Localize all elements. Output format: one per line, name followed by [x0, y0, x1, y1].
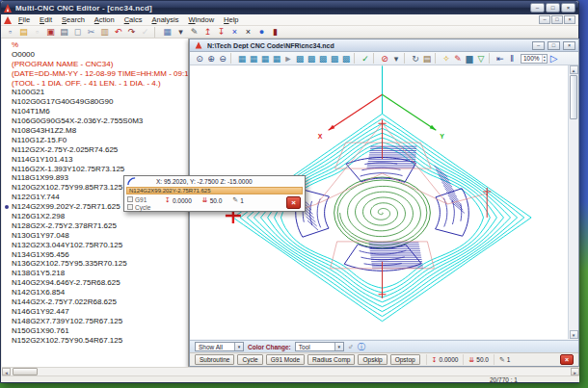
filter-icon[interactable]: ▽ [475, 53, 487, 65]
cut-icon[interactable]: ✂ [85, 26, 97, 38]
zoom-level-spinner[interactable]: 100% ▴▾ [521, 54, 548, 64]
menu-analysis[interactable]: Analysis [147, 14, 183, 26]
gcode-line[interactable]: N130G1Y97.048 [2, 231, 188, 241]
maximize-button[interactable]: □ [546, 3, 560, 13]
manual-book-icon[interactable]: ▮ [269, 26, 281, 38]
gcode-line[interactable]: N150G1X90.761 [2, 326, 188, 336]
scroll-down-icon[interactable]: ▾ [570, 330, 578, 339]
view-iso1-icon[interactable]: ▩ [294, 53, 306, 65]
g91-checkbox[interactable]: G91 [127, 195, 150, 203]
web-icon[interactable]: ● [255, 26, 268, 38]
gcode-line[interactable]: N132G2X3.044Y102.75R70.125 [2, 241, 188, 250]
backplot-vertical-scrollbar[interactable]: ▴ ▾ [569, 65, 578, 339]
minimize-button[interactable]: – [530, 3, 545, 13]
gcode-line[interactable]: N104T1M6 [2, 107, 188, 116]
gcode-line[interactable]: N134G1X95.456 [2, 250, 188, 260]
opskip-button[interactable]: Opskip [358, 354, 387, 365]
play-icon[interactable]: ▷ [550, 53, 558, 65]
stop-caret-icon[interactable]: ▾ [390, 53, 402, 65]
edit-pen-icon[interactable]: ✎ [188, 26, 200, 38]
backplot-close-button[interactable]: × [563, 41, 575, 50]
scroll-up-icon[interactable]: ▴ [570, 65, 578, 74]
paste-icon[interactable]: ▥ [98, 26, 111, 38]
scroll-thumb[interactable] [13, 368, 38, 375]
view-left-icon[interactable]: ▦ [271, 53, 282, 65]
backplot-stop-button[interactable]: × [560, 354, 574, 365]
mdi-minimize-button[interactable]: – [539, 15, 550, 24]
menu-file[interactable]: File [13, 14, 35, 26]
checkbox-box-icon[interactable] [127, 196, 133, 202]
opstop-button[interactable]: Opstop [390, 354, 420, 365]
color-change-select[interactable]: Tool ▾ [295, 342, 344, 351]
stop-icon[interactable]: ⊘ [379, 53, 390, 65]
view-iso5-icon[interactable]: ▩ [340, 53, 352, 65]
print-icon[interactable]: ▤ [58, 26, 70, 38]
scroll-thumb[interactable] [570, 75, 577, 119]
gcode-line[interactable]: N146G1Y92.447 [2, 307, 188, 317]
menu-window[interactable]: Window [183, 14, 219, 26]
format-caret-icon[interactable]: ▾ [174, 26, 187, 38]
gcode-line[interactable]: N152G2X102.75Y90.54R67.125 [2, 336, 188, 346]
g91-mode-button[interactable]: G91 Mode [266, 354, 305, 365]
view-iso4-icon[interactable]: ▩ [329, 53, 340, 65]
gcode-line[interactable]: N100G21 [2, 88, 188, 97]
cycle-button[interactable]: Cycle [237, 354, 262, 365]
gcode-line[interactable]: N136G2X102.75Y95.335R70.125 [2, 259, 188, 269]
menu-calcs[interactable]: Calcs [120, 14, 147, 26]
backplot-minimize-button[interactable]: – [532, 41, 545, 50]
gcode-line[interactable]: N102G0G17G40G49G80G90 [2, 97, 188, 107]
spin-down-icon[interactable]: ▾ [544, 59, 546, 63]
view-front-icon[interactable]: ▦ [248, 53, 259, 65]
gcode-line[interactable]: % [2, 40, 188, 50]
gcode-line[interactable]: (DATE=DD-MM-YY - 12-08-99 TIME=HH:MM - 0… [2, 69, 188, 79]
format-grid-icon[interactable]: ▦ [161, 26, 174, 38]
scroll-left-icon[interactable]: ◂ [2, 368, 11, 375]
gcode-line[interactable]: N116G2X-1.393Y102.75R73.125 [2, 165, 188, 174]
view-iso3-icon[interactable]: ▩ [317, 53, 329, 65]
mdi-close-button[interactable]: × [564, 15, 575, 24]
open-file-icon[interactable]: ▤ [17, 26, 30, 38]
print-preview-icon[interactable]: ◻ [71, 26, 84, 38]
subroutine-button[interactable]: Subroutine [195, 354, 234, 365]
cycle-checkbox[interactable]: Cycle [127, 203, 150, 211]
gcode-line[interactable]: N128G2X-2.75Y2.378R71.625 [2, 221, 188, 231]
view-right-icon[interactable]: ▦ [259, 53, 271, 65]
zoom-out-icon[interactable]: ⊖ [217, 53, 228, 65]
key-icon[interactable]: ✧ [441, 53, 452, 65]
gcode-line[interactable]: N106G0G90G54X-2.036Y-2.755S0M3 [2, 116, 188, 126]
zoom-in-icon[interactable]: ⊕ [205, 53, 217, 65]
editor-horizontal-scrollbar[interactable]: ◂ ▸ [2, 367, 579, 375]
menu-help[interactable]: Help [219, 14, 243, 26]
redo-icon[interactable]: ↷ [125, 26, 138, 38]
compare-dark-icon[interactable]: × [242, 26, 254, 38]
gcode-line[interactable]: O0000 [2, 50, 188, 60]
gcode-line[interactable]: N144G2X-2.75Y7.022R68.625 [2, 297, 188, 307]
gcode-line[interactable]: N114G1Y101.413 [2, 155, 188, 165]
view-iso2-icon[interactable]: ▩ [306, 53, 317, 65]
chevron-down-icon[interactable]: ▾ [334, 343, 343, 350]
receive-down-icon[interactable]: ↧ [215, 26, 227, 38]
compare-blue-icon[interactable]: × [228, 26, 241, 38]
verify-icon[interactable]: ✓ [360, 53, 371, 65]
close-button[interactable]: × [561, 3, 575, 13]
gcode-line[interactable]: N148G2X7.739Y102.75R67.125 [2, 317, 188, 326]
menu-action[interactable]: Action [90, 14, 120, 26]
info-icon[interactable]: ⓘ [358, 342, 365, 352]
gcode-line[interactable]: N110G1Z-15.F0 [2, 136, 188, 145]
view-next-icon[interactable]: ► [282, 53, 294, 65]
show-filter-select[interactable]: Show All ▾ [195, 342, 244, 351]
gcode-line[interactable]: N140G2X94.646Y-2.75R68.625 [2, 278, 188, 288]
stats-chart-icon[interactable]: ▆ [464, 53, 475, 65]
chevron-down-icon[interactable]: ▾ [234, 343, 243, 350]
radius-comp-button[interactable]: Radius Comp [307, 354, 355, 365]
checkbox-box-icon[interactable] [127, 204, 133, 210]
scroll-right-icon[interactable]: ▸ [571, 368, 579, 375]
backplot-maximize-button[interactable]: □ [548, 41, 560, 50]
popup-close-button[interactable]: × [286, 196, 301, 209]
close-file-icon[interactable]: ▫ [31, 26, 43, 38]
mdi-restore-button[interactable]: □ [551, 15, 563, 24]
check-icon[interactable]: ✓ [139, 26, 151, 38]
select-zoom-icon[interactable]: ⊙ [194, 53, 205, 65]
menu-search[interactable]: Search [57, 14, 90, 26]
rotate-view-icon[interactable]: ↻ [410, 53, 421, 65]
